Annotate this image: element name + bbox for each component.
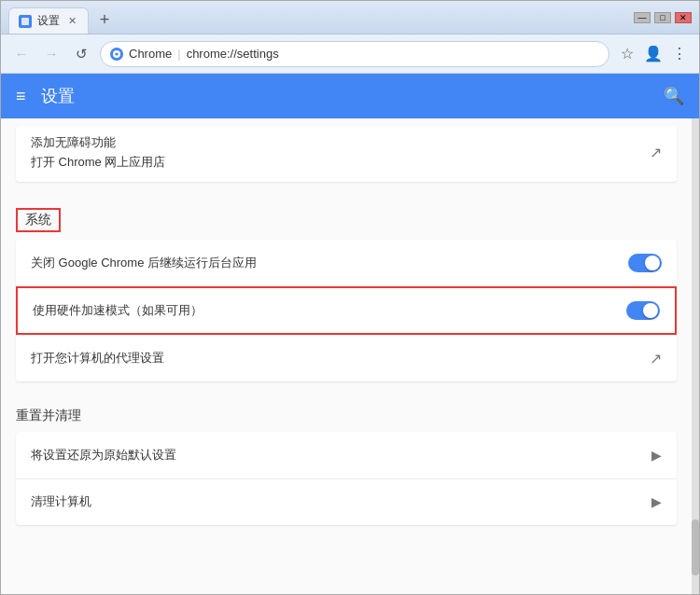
settings-toolbar: ≡ 设置 🔍 [1, 74, 699, 118]
accessibility-section-partial: 添加无障碍功能 打开 Chrome 网上应用店 ↗ [16, 126, 677, 182]
hardware-acceleration-toggle[interactable] [626, 301, 660, 320]
background-apps-toggle[interactable] [628, 254, 662, 272]
reset-settings-row[interactable]: 将设置还原为原始默认设置 ▶ [16, 432, 677, 478]
reset-arrow-icon: ▶ [651, 448, 662, 463]
system-section-heading-container: 系统 [1, 193, 692, 240]
cleanup-arrow-icon: ▶ [651, 494, 662, 509]
hardware-acceleration-label: 使用硬件加速模式（如果可用） [33, 302, 203, 319]
page-title: 设置 [41, 85, 649, 107]
scrollbar[interactable] [692, 118, 699, 594]
accessibility-line2: 打开 Chrome 网上应用店 [31, 153, 165, 173]
tab-close-button[interactable]: ✕ [65, 15, 78, 28]
cleanup-label: 清理计算机 [31, 493, 91, 510]
background-apps-label: 关闭 Google Chrome 后继续运行后台应用 [31, 255, 257, 271]
accessibility-row: 添加无障碍功能 打开 Chrome 网上应用店 ↗ [31, 133, 662, 173]
active-tab[interactable]: 设置 ✕ [8, 7, 89, 34]
tab-title: 设置 [37, 13, 60, 29]
hardware-acceleration-row: 使用硬件加速模式（如果可用） [16, 286, 677, 335]
address-bar: ← → ↺ Chrome | chrome://settings ☆ 👤 ⋮ [1, 35, 699, 74]
browser-window: 设置 ✕ + — □ ✕ ← → ↺ Chrome | chrome://set… [0, 0, 700, 595]
bookmark-icon[interactable]: ☆ [617, 44, 637, 64]
forward-button[interactable]: → [40, 43, 63, 65]
back-button[interactable]: ← [10, 43, 33, 65]
new-tab-button[interactable]: + [92, 7, 117, 32]
svg-rect-0 [21, 18, 29, 25]
cleanup-row[interactable]: 清理计算机 ▶ [16, 478, 677, 525]
hamburger-menu-icon[interactable]: ≡ [16, 87, 26, 106]
reset-section-block: 将设置还原为原始默认设置 ▶ 清理计算机 ▶ [16, 432, 677, 525]
proxy-settings-label: 打开您计算机的代理设置 [31, 350, 164, 367]
url-bar[interactable]: Chrome | chrome://settings [100, 41, 609, 67]
search-button[interactable]: 🔍 [664, 86, 684, 106]
menu-icon[interactable]: ⋮ [669, 44, 690, 64]
reset-settings-label: 将设置还原为原始默认设置 [31, 447, 176, 464]
system-section-block: 关闭 Google Chrome 后继续运行后台应用 使用硬件加速模式（如果可用… [16, 240, 677, 381]
close-button[interactable]: ✕ [675, 12, 692, 23]
accessibility-content: 添加无障碍功能 打开 Chrome 网上应用店 [31, 133, 165, 173]
accessibility-external-icon: ↗ [650, 144, 662, 161]
url-text: chrome://settings [187, 47, 279, 61]
url-site-label: Chrome [129, 47, 172, 61]
url-separator: | [177, 47, 180, 61]
site-icon [110, 48, 123, 61]
minimize-button[interactable]: — [634, 12, 651, 23]
background-apps-row: 关闭 Google Chrome 后继续运行后台应用 [16, 240, 677, 286]
system-heading-label: 系统 [16, 208, 61, 232]
reset-heading-label: 重置并清理 [16, 408, 81, 422]
maximize-button[interactable]: □ [654, 12, 671, 23]
tabs-area: 设置 ✕ + [8, 1, 634, 34]
title-bar: 设置 ✕ + — □ ✕ [1, 1, 699, 35]
reset-section-heading-container: 重置并清理 [1, 393, 692, 432]
profile-icon[interactable]: 👤 [643, 44, 664, 64]
content-area: 添加无障碍功能 打开 Chrome 网上应用店 ↗ 系统 关闭 Google C… [1, 118, 692, 594]
proxy-external-icon: ↗ [650, 350, 662, 367]
tab-favicon [19, 15, 32, 28]
section-gap-1 [1, 381, 692, 393]
address-actions: ☆ 👤 ⋮ [617, 44, 690, 64]
window-controls: — □ ✕ [634, 12, 692, 23]
reload-button[interactable]: ↺ [70, 43, 92, 65]
accessibility-line1: 添加无障碍功能 [31, 133, 165, 153]
main-content: 添加无障碍功能 打开 Chrome 网上应用店 ↗ 系统 关闭 Google C… [1, 118, 699, 594]
proxy-settings-row: 打开您计算机的代理设置 ↗ [16, 335, 677, 381]
scrollbar-thumb[interactable] [692, 519, 699, 575]
